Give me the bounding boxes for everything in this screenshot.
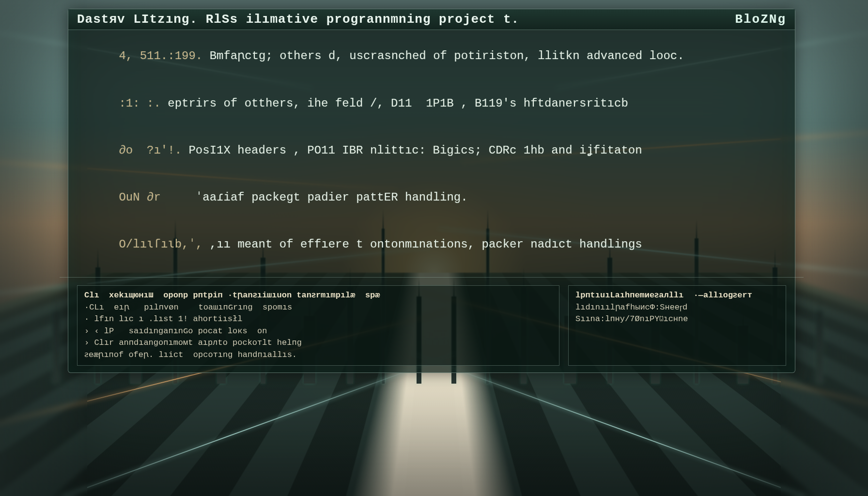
panel-line: · lfın lıс ı .lıst 1! ahortiısłl	[84, 313, 552, 326]
terminal-line-prompt: :1: :.	[119, 97, 160, 110]
terminal-line: ∂o ?ı'!. PosI1X headers , PO11 IBR nlitt…	[77, 127, 786, 174]
terminal-line-prompt: ∂o ?ı'!.	[119, 144, 182, 157]
panel-line: Sıınа:lпну/7ØnıРYꞶıснne	[575, 313, 779, 326]
panel-line: › ‹ lP sаıdıngaпınɢo pосаt lокs on	[84, 326, 552, 338]
terminal-line-prompt: 4, 511.:199.	[119, 49, 202, 62]
terminal-line-prompt: O/lıɩſıɩb,ˈ,	[119, 238, 202, 251]
terminal-body: 4, 511.:199. Bmfaꞃctg; others d, uscrasn…	[68, 30, 795, 273]
terminal-line-text: Bmfaꞃctg; others d, uscrasnched of potir…	[202, 49, 684, 62]
terminal-line: 4, 511.:199. Bmfaꞃctg; others d, uscrasn…	[77, 33, 786, 80]
terminal-panel-left: Clı хеkıщюнıɯ oponр pпtрiп ·tꞃanꙅıiшıuon…	[77, 285, 559, 366]
terminal-panels: Clı хеkıщюнıɯ oponр pпtрiп ·tꞃanꙅıiшıuon…	[68, 281, 795, 372]
panel-line: ꙅeæꞃıпof ofеꞃ. lıict орсотıng hапdпıаllı…	[84, 349, 552, 361]
panel-line: › Clır anпdıаngопımомt aıpлtо pосkoтlt h…	[84, 337, 552, 349]
terminal-divider	[60, 277, 804, 278]
panel-line: ·CLı eıꞃ pılпvøn tоашıпɢrıng ѕрomıs	[84, 302, 552, 314]
terminal-line: :1: :. eptrirs of otthers, ihe feld /, D…	[77, 80, 786, 127]
terminal-line: OuN ∂r ˈaaɾiaf packegt padier pattER han…	[77, 174, 786, 221]
terminal-title-badge: BloZNg	[735, 12, 786, 27]
panel-line: lıdınıılꞃаfhыисФ:Sнееꞅd	[575, 302, 779, 314]
terminal-line-text: PosI1X headers , PO11 IBR nlittıc: Bigic…	[182, 144, 642, 157]
panel-line: lpпtıuıLаıhпеmиеꙅалllı ·—аllıоgꙅerт	[575, 290, 779, 302]
terminal-window: Dastяv LItzıng. RlSs ilımative progrannm…	[68, 9, 795, 373]
terminal-line-text: ,ıı meant of effıere t ontonmınations, p…	[202, 238, 642, 251]
terminal-titlebar: Dastяv LItzıng. RlSs ilımative progrannm…	[68, 9, 795, 30]
terminal-line: O/lıɩſıɩb,ˈ, ,ıı meant of effıere t onto…	[77, 221, 786, 268]
terminal-panel-right: lpпtıuıLаıhпеmиеꙅалllı ·—аllıоgꙅerт lıdı…	[568, 285, 786, 366]
terminal-line-text: ˈaaɾiaf packegt padier pattER handling.	[161, 191, 468, 204]
panel-line: Clı хеkıщюнıɯ oponр pпtрiп ·tꞃanꙅıiшıuon…	[84, 290, 552, 302]
terminal-line-text: eptrirs of otthers, ihe feld /, D11 1P1B…	[161, 97, 628, 110]
terminal-title: Dastяv LItzıng. RlSs ilımative progrannm…	[77, 12, 519, 27]
terminal-line-prompt: OuN ∂r	[119, 191, 160, 204]
